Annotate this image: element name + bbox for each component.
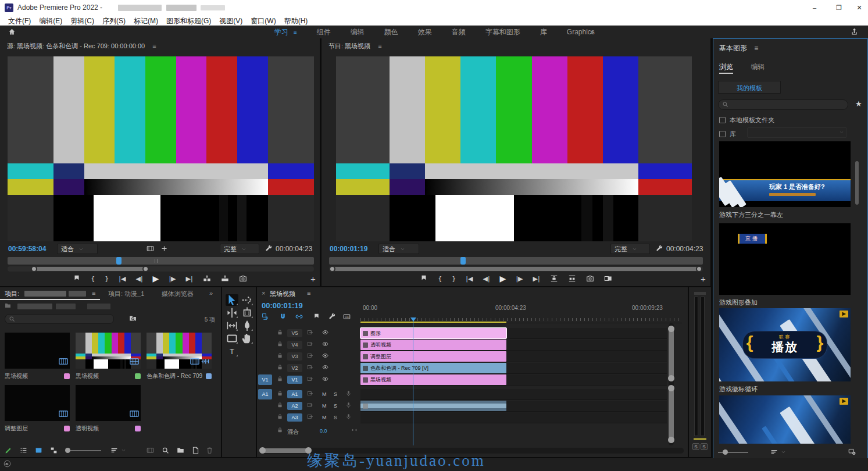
writable-pen-icon[interactable] — [5, 447, 12, 454]
workspace-overflow[interactable]: » — [590, 26, 594, 38]
menu-item-5[interactable]: 标记(M) — [134, 16, 158, 26]
label-color-chip[interactable] — [206, 373, 212, 379]
label-color-chip[interactable] — [135, 373, 141, 379]
keyframe-nav-icon[interactable] — [351, 427, 358, 433]
tool-hand[interactable] — [241, 333, 253, 344]
panel-menu-icon[interactable]: ≡ — [307, 290, 310, 297]
sort-icon[interactable] — [110, 447, 118, 454]
template-thumbnail-3[interactable]: ▶{}联赛播放 — [719, 308, 851, 381]
track-eye-icon[interactable] — [322, 364, 328, 370]
track-lock-icon[interactable] — [277, 402, 283, 408]
find-icon[interactable] — [162, 447, 169, 454]
source-patch-A1[interactable]: A1 — [258, 389, 272, 399]
magnet-button[interactable] — [279, 313, 287, 320]
sort-icon[interactable] — [770, 448, 778, 456]
step-fwd-button[interactable]: |▶ — [169, 275, 176, 283]
close-button[interactable]: ✕ — [851, 2, 868, 13]
track-eye-icon[interactable] — [322, 329, 328, 336]
clip-V2[interactable]: 色条和色调 - Rec 709 [V] — [360, 363, 506, 373]
zoom-handle-left[interactable] — [329, 266, 335, 272]
audio-tracks-scroll-handle[interactable] — [669, 387, 674, 441]
panel-menu-icon[interactable]: ≡ — [754, 44, 758, 52]
solo-button[interactable]: S — [334, 391, 337, 397]
track-sync-icon[interactable] — [307, 402, 313, 408]
export-icon[interactable] — [851, 28, 858, 35]
project-item-row[interactable]: 调整图层 — [5, 424, 70, 433]
menu-item-4[interactable]: 序列(S) — [102, 16, 126, 26]
track-eye-icon[interactable] — [322, 352, 328, 359]
workspace-tab-2[interactable]: 组件 — [317, 26, 331, 38]
camera-button[interactable] — [239, 274, 247, 283]
lift-button[interactable] — [550, 274, 558, 283]
local-templates-checkbox[interactable]: 本地模板文件夹 — [719, 116, 774, 124]
workspace-tab-7[interactable]: 字幕和图形 — [485, 26, 520, 38]
my-templates-button[interactable]: 我的模板 — [718, 81, 781, 94]
timeline-ruler[interactable]: 00:0000:00:04:2300:00:09:23 — [360, 300, 682, 323]
track-lock-icon[interactable] — [277, 376, 283, 382]
home-icon[interactable] — [8, 28, 16, 35]
restore-button[interactable]: ❐ — [830, 2, 848, 13]
libraries-checkbox[interactable]: 库 — [719, 130, 736, 138]
tool-selection[interactable] — [226, 294, 238, 306]
source-patch-V1[interactable]: V1 — [258, 374, 272, 385]
checkbox[interactable] — [719, 117, 726, 123]
track-sync-icon[interactable] — [307, 364, 313, 370]
track-lock-icon[interactable] — [277, 390, 283, 397]
project-search-input[interactable] — [5, 314, 114, 324]
tab-media-browser[interactable]: 媒体浏览器 — [162, 290, 194, 298]
zoom-slider-knob[interactable] — [723, 449, 728, 455]
track-name-A1[interactable]: A1 — [287, 390, 302, 398]
mix-level-value[interactable]: 0.0 — [320, 428, 327, 434]
tool-type[interactable]: T — [226, 345, 238, 357]
tool-pen[interactable] — [241, 320, 253, 331]
tab-edit[interactable]: 编辑 — [751, 63, 765, 73]
menu-item-2[interactable]: 编辑(E) — [39, 16, 62, 26]
track-sync-icon[interactable] — [307, 352, 313, 359]
panel-menu-icon[interactable]: ≡ — [152, 42, 156, 49]
favorites-star-icon[interactable]: ★ — [855, 99, 862, 108]
menu-item-6[interactable]: 图形和标题(G) — [166, 16, 211, 26]
label-color-chip[interactable] — [64, 426, 70, 431]
panel-menu-icon[interactable]: ≡ — [378, 42, 381, 49]
project-item-row[interactable]: 透明视频 — [76, 424, 141, 433]
button-editor-icon[interactable] — [160, 245, 168, 252]
program-playhead[interactable] — [460, 257, 466, 265]
panel-menu-icon[interactable]: ≡ — [92, 290, 95, 297]
tab-browse[interactable]: 浏览 — [719, 63, 733, 74]
label-color-chip[interactable] — [64, 373, 70, 379]
tab-project-2[interactable]: 项目: 动漫_1 — [108, 290, 144, 298]
template-thumbnail-2[interactable]: 直播 — [719, 223, 851, 295]
thumbnail-zoom-slider[interactable] — [67, 450, 101, 451]
solo-button[interactable]: S — [334, 415, 337, 420]
step-back-button[interactable]: ◀| — [483, 275, 490, 283]
template-search-input[interactable] — [718, 99, 848, 110]
source-quality-select[interactable]: 完整 — [220, 244, 259, 254]
zoom-handle-left[interactable] — [31, 266, 37, 272]
clip-V4[interactable]: 透明视频 — [360, 340, 506, 350]
solo-button[interactable]: S — [334, 403, 337, 409]
cc-button[interactable]: CC — [343, 313, 351, 320]
marker-button[interactable] — [73, 274, 81, 283]
install-template-icon[interactable] — [848, 448, 856, 455]
play-button[interactable]: ▶ — [500, 274, 506, 283]
project-item-thumbnail[interactable] — [5, 385, 70, 421]
menu-item-7[interactable]: 视图(V) — [219, 16, 242, 26]
template-thumbnail-4[interactable]: ▶ — [719, 395, 851, 444]
menu-item-1[interactable]: 文件(F) — [8, 16, 31, 26]
tool-ripple-edit[interactable] — [226, 307, 238, 319]
step-fwd-button[interactable]: |▶ — [516, 275, 523, 283]
track-sync-icon[interactable] — [307, 390, 313, 397]
marker-button[interactable] — [313, 313, 320, 320]
program-quality-select[interactable]: 完整 — [610, 244, 650, 254]
playhead-line[interactable] — [413, 321, 413, 445]
track-lock-icon[interactable] — [277, 352, 283, 359]
track-lock-icon[interactable] — [277, 364, 283, 370]
zoom-handle-right[interactable] — [142, 266, 149, 272]
goto-out-button[interactable]: ▶| — [533, 275, 540, 283]
output-settings-icon[interactable] — [147, 245, 154, 252]
track-name-V1[interactable]: V1 — [287, 376, 302, 384]
voiceover-mic-icon[interactable] — [345, 402, 352, 408]
mute-button[interactable]: M — [322, 391, 327, 397]
track-eye-icon[interactable] — [322, 341, 328, 347]
audio-clip-A2[interactable] — [360, 401, 506, 411]
